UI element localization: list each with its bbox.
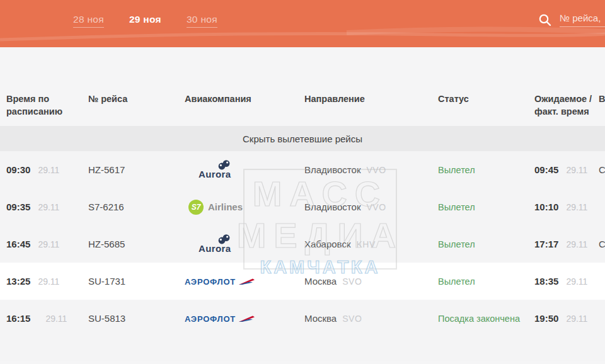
tab-28-nov[interactable]: 28 ноя [73,14,104,28]
destination-city: Хабаровск [304,239,350,249]
partial-cell: С [594,164,605,175]
destination-city: Москва [304,276,337,287]
col-airline: Авиакомпания [185,93,304,106]
scheduled-time: 09:30 [6,164,30,175]
flight-status: Вылетел [438,239,534,249]
col-destination: Направление [304,93,438,106]
col-partial: В [594,93,605,106]
actual-time: 09:45 [534,164,558,175]
flight-row-hz5617[interactable]: 09:30 29.11 HZ-5617 Aurora Владивосток V [0,151,605,188]
tab-29-nov[interactable]: 29 ноя [129,14,161,28]
aeroflot-wing-icon [238,278,255,286]
airport-code: VVO [366,165,386,175]
aeroflot-wing-icon [238,315,255,323]
flight-status: Вылетел [438,165,534,175]
airport-code: KHV [356,239,375,249]
airport-code: VVO [366,202,386,212]
s7-logo: S7 Airlines [188,200,243,215]
col-status: Статус [438,93,534,106]
flight-search [538,13,605,27]
actual-time: 18:35 [534,276,558,287]
actual-date: 29.11 [566,239,587,249]
aurora-logo-text: Aurora [199,169,231,179]
flight-rows: 09:30 29.11 HZ-5617 Aurora Владивосток V [0,151,605,361]
hide-departed-toggle[interactable]: Скрыть вылетевшие рейсы [0,126,605,151]
scheduled-time: 09:35 [6,202,30,212]
flight-row-su1731[interactable]: 13:25 29.11 SU-1731 АЭРОФЛОТ Москва SVO … [0,263,605,300]
aurora-logo-text: Aurora [199,243,231,254]
flight-row-hz5685[interactable]: 16:45 29.11 HZ-5685 Aurora Хабаровск KHV [0,225,605,263]
destination-city: Владивосток [304,164,360,175]
scheduled-date: 29.11 [38,239,59,249]
partial-cell: С [594,239,605,249]
actual-date: 29.11 [566,165,587,175]
header: 28 ноя 29 ноя 30 ноя [0,0,605,47]
s7-badge-text: S7 [192,203,201,212]
aurora-logo: Aurora [199,160,231,179]
col-expected-time: Ожидаемое / факт. время [534,93,594,118]
search-icon[interactable] [538,13,552,27]
col-flight-number: № рейса [88,93,185,106]
airport-code: SVO [342,314,362,324]
actual-date: 29.11 [566,202,587,212]
flight-number: SU-5813 [88,313,185,324]
col-scheduled-time: Время по расписанию [0,93,76,118]
scheduled-date: 29.11 [38,202,59,212]
actual-time: 19:50 [534,313,558,324]
flight-status: Вылетел [438,276,534,287]
flight-number: SU-1731 [88,276,185,287]
flight-status: Вылетел [438,202,534,212]
airport-code: SVO [342,276,362,287]
date-tabs: 28 ноя 29 ноя 30 ноя [73,14,217,28]
scheduled-date: 29.11 [38,276,59,287]
aeroflot-logo-text: АЭРОФЛОТ [185,314,236,324]
actual-date: 29.11 [566,276,587,287]
aeroflot-logo: АЭРОФЛОТ [185,314,255,324]
s7-logo-text: Airlines [208,202,243,212]
aurora-logo: Aurora [199,234,231,254]
actual-time: 17:17 [534,239,558,249]
destination-city: Москва [304,313,337,324]
flight-number: S7-6216 [88,202,185,212]
scheduled-date: 29.11 [45,314,67,324]
aeroflot-logo-text: АЭРОФЛОТ [185,277,236,287]
scheduled-date: 29.11 [38,165,59,175]
table-header: Время по расписанию № рейса Авиакомпания… [0,84,605,126]
actual-time: 10:10 [534,202,558,212]
scheduled-time: 13:25 [6,276,30,287]
flight-row-s76216[interactable]: 09:35 29.11 S7-6216 S7 Airlines Владивос… [0,188,605,225]
flight-number: HZ-5617 [88,164,185,175]
departures-board: 28 ноя 29 ноя 30 ноя Время по расписанию… [0,0,605,364]
search-input[interactable] [560,13,605,27]
flight-number: HZ-5685 [88,239,185,249]
scheduled-time: 16:15 [6,313,30,324]
destination-city: Владивосток [304,202,360,212]
tab-30-nov[interactable]: 30 ноя [187,14,217,28]
actual-date: 29.11 [566,314,587,324]
flight-row-su5813[interactable]: 16:15 29.11 SU-5813 АЭРОФЛОТ Москва SVO … [0,300,605,361]
scheduled-time: 16:45 [6,239,30,249]
hide-departed-label: Скрыть вылетевшие рейсы [243,134,362,144]
s7-badge-icon: S7 [188,200,204,215]
aeroflot-logo: АЭРОФЛОТ [185,277,255,287]
flight-status: Посадка закончена [438,314,534,324]
